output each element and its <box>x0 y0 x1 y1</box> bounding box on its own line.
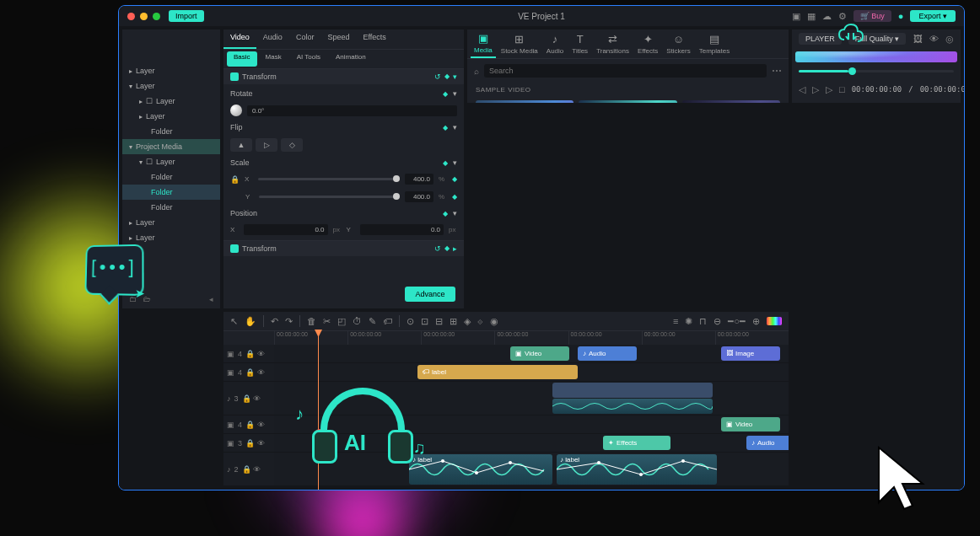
tab-stickers[interactable]: ☺Stickers <box>663 30 693 57</box>
subtab-animation[interactable]: Animation <box>329 51 373 67</box>
tab-titles[interactable]: TTitles <box>568 30 591 57</box>
media-thumb[interactable]: Name <box>476 100 573 103</box>
next-frame-icon[interactable]: ▷ <box>826 84 832 95</box>
sidebar-folder-active[interactable]: Folder <box>122 185 220 200</box>
sidebar-folder[interactable]: Folder <box>122 124 220 139</box>
clip-thumbnails[interactable] <box>552 383 713 398</box>
sidebar-layer[interactable]: ▸Layer <box>122 109 220 124</box>
tab-effects[interactable]: ✦Effects <box>634 30 661 57</box>
transform-header-2[interactable]: Transform ↺◆▸ <box>223 241 464 256</box>
speed-icon[interactable]: ⏱ <box>353 316 362 326</box>
settings-icon[interactable]: ✺ <box>685 316 692 327</box>
cursor-tool-icon[interactable]: ↖ <box>230 316 238 327</box>
track-head[interactable]: ▣ 4 🔒 👁 <box>223 345 274 362</box>
keyframe-icon[interactable]: ◆ <box>443 90 448 98</box>
sidebar-layer[interactable]: ▸☐ Layer <box>122 94 220 109</box>
mixer-icon[interactable]: ≡ <box>673 316 678 326</box>
keyframe-icon[interactable]: ◆ <box>443 210 448 217</box>
grid-icon[interactable]: ▦ <box>807 11 816 22</box>
scale-y-slider[interactable] <box>259 196 400 198</box>
keyframe-icon[interactable]: ◆ <box>443 159 448 167</box>
maximize-button[interactable] <box>153 13 160 20</box>
track-head[interactable]: ♪ 3 🔒 👁 <box>223 382 274 415</box>
minimize-button[interactable] <box>140 13 148 20</box>
sidebar-layer[interactable]: ▸Layer <box>122 230 220 245</box>
tab-media[interactable]: ▣Media <box>471 29 496 58</box>
redo-icon[interactable]: ↷ <box>285 316 293 327</box>
cloud-download-icon[interactable] <box>834 19 868 53</box>
reset-icon[interactable]: ↺ <box>434 72 441 81</box>
sidebar-layer[interactable]: ▸Layer <box>122 63 220 78</box>
zoom-in-icon[interactable]: ⊕ <box>752 316 760 327</box>
track-head[interactable]: ♪ 2 🔒 👁 <box>223 453 274 485</box>
track-head[interactable]: ▣ 4 🔒 👁 <box>223 363 274 381</box>
cloud-icon[interactable]: ☁ <box>822 11 832 22</box>
inspector-tab-speed[interactable]: Speed <box>320 29 356 49</box>
snap-icon[interactable]: ⊓ <box>699 316 707 327</box>
play-icon[interactable]: ▷ <box>812 84 819 95</box>
undo-icon[interactable]: ↶ <box>271 316 278 327</box>
marker-icon[interactable]: 🏷 <box>383 316 392 326</box>
keyframe-icon[interactable]: ◆ <box>444 244 450 253</box>
clip-audio[interactable]: ♪ Audio <box>746 436 789 450</box>
keyframe-icon[interactable]: ◆ <box>443 124 448 131</box>
flip-v-button[interactable]: ▷ <box>256 138 277 152</box>
sidebar-folder[interactable]: Folder <box>122 169 220 185</box>
preview-scrubber[interactable] <box>792 66 961 76</box>
delete-icon[interactable]: 🗑 <box>307 316 316 326</box>
sidebar-layer[interactable]: ▾☐ Layer <box>122 154 220 169</box>
pos-x-value[interactable]: 0.0 <box>244 224 328 235</box>
tab-audio[interactable]: ♪Audio <box>543 30 567 57</box>
sidebar-layer[interactable]: ▾Layer <box>122 78 220 94</box>
track-head[interactable]: ▣ 4 🔒 👁 <box>223 415 274 433</box>
subtab-basic[interactable]: Basic <box>227 51 257 67</box>
split-icon[interactable]: ✂ <box>323 316 331 327</box>
reset-icon[interactable]: ↺ <box>434 244 441 253</box>
inspector-tab-color[interactable]: Color <box>289 29 321 49</box>
collapse-icon[interactable]: ◂ <box>209 295 213 303</box>
scale-x-value[interactable]: 400.0 <box>405 174 433 185</box>
tab-templates[interactable]: ▤Templates <box>696 30 733 57</box>
inspector-tab-audio[interactable]: Audio <box>256 29 289 49</box>
close-button[interactable] <box>127 13 135 20</box>
hand-tool-icon[interactable]: ✋ <box>245 316 256 327</box>
layout-icon[interactable]: ▣ <box>792 11 800 22</box>
search-input[interactable] <box>484 64 767 78</box>
keyframe-icon[interactable]: ◆ <box>452 175 457 183</box>
crop-tool-icon[interactable]: ◰ <box>337 316 346 327</box>
keyframe-icon[interactable]: ◆ <box>452 193 457 201</box>
eye-icon[interactable]: 👁 <box>929 34 939 45</box>
inspector-tab-video[interactable]: Video <box>223 29 256 49</box>
tool-icon[interactable]: ⟐ <box>477 316 483 326</box>
tool-icon[interactable]: ⊞ <box>450 316 457 327</box>
clip-waveform[interactable] <box>552 399 713 414</box>
media-thumb[interactable]: Name <box>682 100 780 103</box>
user-icon[interactable]: ● <box>898 11 904 21</box>
stop-icon[interactable]: □ <box>839 84 845 95</box>
transform-header[interactable]: Transform ↺◆▾ <box>223 69 464 84</box>
clip-effects[interactable]: ✦ Effects <box>603 436 670 450</box>
clip-audio[interactable]: ♪ Audio <box>578 346 637 361</box>
track-head[interactable]: ▣ 3 🔒 👁 <box>223 434 274 452</box>
subtab-ai-tools[interactable]: AI Tools <box>290 51 327 67</box>
clip-audio-wave[interactable]: ♪ label <box>557 454 717 485</box>
inspector-tab-effects[interactable]: Effects <box>356 29 392 49</box>
timeline-ruler[interactable]: 00:00:00:00 00:00:00:00 00:00:00:00 00:0… <box>223 331 789 345</box>
import-button[interactable]: Import <box>169 10 204 22</box>
more-icon[interactable]: ⋯ <box>772 65 782 77</box>
subtab-mask[interactable]: Mask <box>259 51 288 67</box>
flip-h-button[interactable]: ▲ <box>230 138 252 152</box>
tool-icon[interactable]: ◉ <box>490 316 498 327</box>
media-thumb[interactable]: Name <box>579 100 676 103</box>
tool-icon[interactable]: ◈ <box>464 316 471 327</box>
lock-icon[interactable]: 🔒 <box>230 175 240 184</box>
scale-y-value[interactable]: 400.0 <box>405 191 433 202</box>
zoom-slider[interactable]: ━○━ <box>728 316 746 327</box>
pos-y-value[interactable]: 0.0 <box>360 224 444 235</box>
export-button[interactable]: Export ▾ <box>910 10 956 22</box>
sidebar-layer[interactable]: ▸Layer <box>122 215 220 230</box>
clip-video[interactable]: ▣ Video <box>721 417 780 431</box>
prev-frame-icon[interactable]: ◁ <box>799 84 805 95</box>
clip-audio-wave[interactable]: ♪ label <box>409 454 552 485</box>
flip-both-button[interactable]: ◇ <box>281 138 303 152</box>
